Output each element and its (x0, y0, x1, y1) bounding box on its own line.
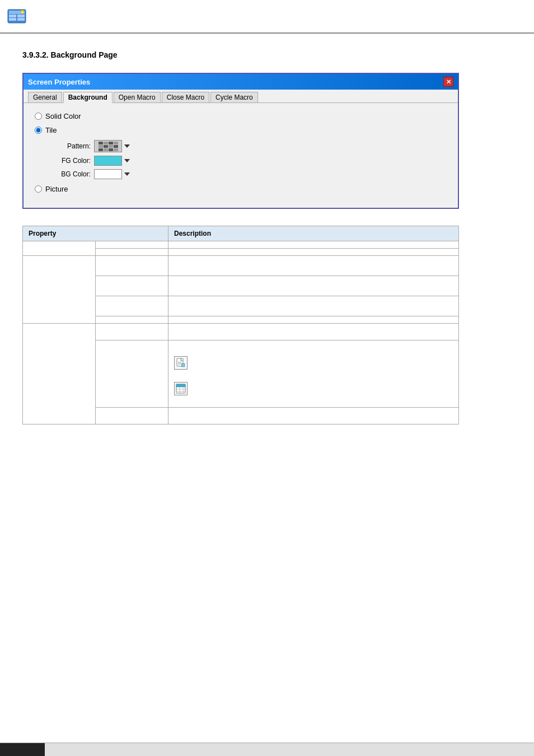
pc10 (104, 148, 108, 151)
svg-rect-2 (9, 15, 16, 17)
sub-cell-3a (96, 324, 168, 340)
fg-color-row: FG Color: (51, 156, 447, 166)
sub-cell-3b (96, 340, 168, 408)
svg-rect-11 (178, 364, 180, 365)
solid-color-row: Solid Color (35, 112, 447, 120)
grid-icon (174, 382, 188, 395)
picture-row: Picture (35, 185, 447, 193)
file-svg (176, 358, 186, 368)
tab-background[interactable]: Background (63, 92, 113, 103)
pc11 (109, 148, 113, 151)
desc-cell-2d (168, 316, 459, 324)
tab-cycle-macro[interactable]: Cycle Macro (210, 92, 258, 102)
dialog-body: Solid Color Tile Pattern: (24, 103, 458, 208)
file-icon (174, 356, 188, 370)
fg-color-arrow (124, 159, 130, 162)
pc6 (104, 145, 108, 148)
sub-cell-1b (96, 249, 168, 256)
app-icon: ✦ (7, 6, 27, 26)
pc8 (114, 145, 118, 148)
svg-rect-5 (17, 18, 25, 21)
property-table: Property Description (22, 226, 459, 424)
radio-solid-color[interactable] (35, 113, 42, 120)
tile-label: Tile (45, 126, 57, 134)
dialog-title: Screen Properties (28, 78, 90, 86)
dialog-tabs: General Background Open Macro Close Macr… (24, 90, 458, 103)
dialog-titlebar: Screen Properties ✕ (24, 74, 458, 90)
solid-color-label: Solid Color (45, 112, 81, 120)
desc-cell-3a (168, 324, 459, 340)
icon-area-2 (174, 379, 453, 399)
bottom-bar (0, 743, 534, 756)
prop-cell-1 (23, 241, 96, 256)
bg-color-control[interactable] (94, 169, 130, 179)
svg-rect-4 (9, 18, 16, 21)
bg-color-arrow (124, 172, 130, 176)
pattern-grid (99, 142, 118, 151)
desc-cell-1a (168, 241, 459, 249)
main-content: 3.9.3.2. Background Page Screen Properti… (0, 34, 534, 745)
desc-cell-2a (168, 256, 459, 276)
top-bar: ✦ (0, 0, 534, 34)
pc9 (99, 148, 103, 151)
desc-cell-1b (168, 249, 459, 256)
radio-tile[interactable] (35, 127, 42, 134)
bg-color-swatch[interactable] (94, 169, 122, 179)
pc7 (109, 145, 113, 148)
pc2 (104, 142, 108, 144)
table-row (23, 241, 459, 249)
tab-general[interactable]: General (28, 92, 62, 102)
svg-rect-3 (17, 15, 25, 17)
sub-cell-2a (96, 256, 168, 276)
desc-cell-3c (168, 408, 459, 424)
col-header-description: Description (168, 226, 459, 241)
pc5 (99, 145, 103, 148)
pattern-swatch[interactable] (94, 140, 122, 152)
pc4 (114, 142, 118, 144)
sub-cell-2d (96, 316, 168, 324)
sub-cell-2c (96, 296, 168, 316)
bg-color-label: BG Color: (51, 170, 91, 178)
bg-color-row: BG Color: (51, 169, 447, 179)
grid-svg (176, 384, 186, 394)
pattern-label: Pattern: (51, 142, 91, 150)
tile-row: Tile (35, 126, 447, 134)
tab-close-macro[interactable]: Close Macro (162, 92, 209, 102)
screen-properties-dialog: Screen Properties ✕ General Background O… (22, 73, 459, 209)
radio-picture[interactable] (35, 185, 42, 193)
col-header-property: Property (23, 226, 168, 241)
desc-cell-2c (168, 296, 459, 316)
tile-section: Pattern: (51, 140, 447, 179)
dialog-close-button[interactable]: ✕ (443, 77, 453, 87)
pc3 (109, 142, 113, 144)
tab-open-macro[interactable]: Open Macro (114, 92, 161, 102)
sub-cell-1a (96, 241, 168, 249)
bottom-bar-segment (0, 743, 45, 756)
desc-cell-2b (168, 276, 459, 296)
sub-cell-2b (96, 276, 168, 296)
prop-cell-3 (23, 324, 96, 424)
icon-area-1 (174, 353, 453, 373)
sub-cell-3c (96, 408, 168, 424)
fg-color-control[interactable] (94, 156, 130, 166)
pattern-control[interactable] (94, 140, 130, 152)
desc-cell-3b (168, 340, 459, 408)
svg-text:✦: ✦ (21, 11, 24, 14)
fg-color-label: FG Color: (51, 157, 91, 165)
section-heading: 3.9.3.2. Background Page (22, 50, 512, 59)
pc1 (99, 142, 103, 144)
pattern-row: Pattern: (51, 140, 447, 152)
pattern-arrow (124, 144, 130, 148)
fg-color-swatch[interactable] (94, 156, 122, 166)
svg-rect-10 (178, 363, 181, 363)
table-row (23, 256, 459, 276)
svg-rect-17 (176, 384, 185, 387)
pc12 (114, 148, 118, 151)
table-row (23, 324, 459, 340)
prop-cell-2 (23, 256, 96, 324)
svg-rect-9 (178, 362, 181, 362)
picture-label: Picture (45, 185, 68, 193)
